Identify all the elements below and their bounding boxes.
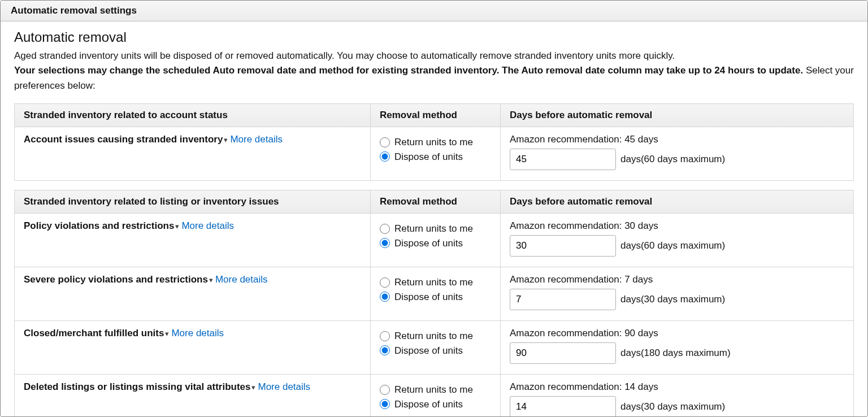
column-header: Removal method: [371, 104, 501, 127]
days-suffix: days(60 days maximum): [620, 240, 725, 251]
recommendation-text: Amazon recommendation: 90 days: [510, 328, 844, 339]
radio-label: Dispose of units: [394, 290, 463, 305]
panel-body: Automatic removal Aged stranded inventor…: [1, 21, 867, 417]
more-details-link[interactable]: More details: [181, 220, 234, 231]
radio-label: Return units to me: [394, 135, 473, 150]
recommendation-text: Amazon recommendation: 7 days: [510, 274, 844, 285]
days-cell: Amazon recommendation: 7 daysdays(30 day…: [501, 267, 854, 321]
radio-label: Return units to me: [394, 221, 473, 236]
chevron-down-icon[interactable]: ▾: [175, 222, 179, 231]
dispose-radio[interactable]: [380, 151, 390, 162]
dispose-radio[interactable]: [380, 399, 390, 409]
return-radio[interactable]: [380, 385, 390, 395]
row-title: Closed/merchant fulfilled units: [24, 328, 164, 338]
removal-method-cell: Return units to meDispose of units: [371, 127, 501, 181]
return-radio-row[interactable]: Return units to me: [380, 329, 491, 344]
chevron-down-icon[interactable]: ▾: [209, 276, 213, 284]
radio-label: Dispose of units: [394, 344, 463, 358]
dispose-radio-row[interactable]: Dispose of units: [380, 397, 491, 412]
chevron-down-icon[interactable]: ▾: [165, 329, 169, 338]
more-details-link[interactable]: More details: [215, 274, 268, 285]
row-title: Severe policy violations and restriction…: [24, 274, 208, 285]
dispose-radio-row[interactable]: Dispose of units: [380, 344, 491, 358]
recommendation-text: Amazon recommendation: 45 days: [510, 134, 844, 145]
radio-label: Return units to me: [394, 329, 473, 344]
days-cell: Amazon recommendation: 90 daysdays(180 d…: [501, 321, 854, 375]
return-radio-row[interactable]: Return units to me: [380, 383, 491, 397]
column-header: Stranded inventory related to account st…: [15, 104, 371, 127]
dispose-radio-row[interactable]: Dispose of units: [380, 236, 491, 251]
column-header: Removal method: [371, 190, 501, 214]
column-header: Stranded inventory related to listing or…: [15, 190, 371, 214]
days-input[interactable]: [510, 289, 616, 310]
listing-issues-table: Stranded inventory related to listing or…: [14, 190, 854, 417]
chevron-down-icon[interactable]: ▾: [224, 136, 228, 144]
radio-label: Return units to me: [394, 383, 473, 397]
intro-line1: Aged stranded inventory units will be di…: [14, 50, 675, 61]
return-radio[interactable]: [380, 277, 390, 288]
removal-method-cell: Return units to meDispose of units: [371, 214, 501, 267]
more-details-link[interactable]: More details: [171, 328, 224, 338]
row-title: Account issues causing stranded inventor…: [24, 134, 223, 145]
removal-method-cell: Return units to meDispose of units: [371, 375, 501, 417]
days-input[interactable]: [510, 149, 616, 170]
days-input[interactable]: [510, 235, 616, 257]
return-radio[interactable]: [380, 137, 390, 147]
days-input[interactable]: [510, 342, 616, 364]
row-title: Deleted listings or listings missing vit…: [24, 381, 250, 392]
intro-bold: Your selections may change the scheduled…: [14, 65, 803, 76]
table-row: Policy violations and restrictions▾More …: [15, 214, 854, 267]
chevron-down-icon[interactable]: ▾: [251, 383, 255, 392]
row-title-cell: Account issues causing stranded inventor…: [15, 127, 371, 181]
days-suffix: days(180 days maximum): [620, 348, 731, 359]
radio-label: Return units to me: [394, 275, 473, 290]
dispose-radio[interactable]: [380, 238, 390, 248]
row-title-cell: Policy violations and restrictions▾More …: [15, 214, 371, 267]
return-radio-row[interactable]: Return units to me: [380, 221, 491, 236]
row-title-cell: Deleted listings or listings missing vit…: [15, 375, 371, 417]
radio-label: Dispose of units: [394, 150, 463, 164]
account-status-table: Stranded inventory related to account st…: [14, 103, 854, 181]
dispose-radio[interactable]: [380, 345, 390, 355]
table-row: Account issues causing stranded inventor…: [15, 127, 854, 181]
table-row: Deleted listings or listings missing vit…: [15, 375, 854, 417]
dispose-radio-row[interactable]: Dispose of units: [380, 150, 491, 164]
row-title-cell: Severe policy violations and restriction…: [15, 267, 371, 321]
days-cell: Amazon recommendation: 14 daysdays(30 da…: [501, 375, 854, 417]
more-details-link[interactable]: More details: [230, 134, 283, 145]
radio-label: Dispose of units: [394, 397, 463, 412]
removal-method-cell: Return units to meDispose of units: [371, 321, 501, 375]
row-title: Policy violations and restrictions: [24, 220, 174, 231]
return-radio[interactable]: [380, 331, 390, 341]
days-suffix: days(30 days maximum): [620, 294, 725, 305]
panel-header: Automatic removal settings: [1, 1, 867, 21]
table-row: Closed/merchant fulfilled units▾More det…: [15, 321, 854, 375]
days-cell: Amazon recommendation: 45 daysdays(60 da…: [501, 127, 854, 181]
recommendation-text: Amazon recommendation: 14 days: [510, 381, 844, 393]
recommendation-text: Amazon recommendation: 30 days: [510, 220, 844, 232]
dispose-radio-row[interactable]: Dispose of units: [380, 290, 491, 305]
more-details-link[interactable]: More details: [258, 381, 310, 392]
days-suffix: days(60 days maximum): [620, 154, 725, 165]
return-radio-row[interactable]: Return units to me: [380, 275, 491, 290]
dispose-radio[interactable]: [380, 292, 390, 302]
return-radio[interactable]: [380, 224, 390, 234]
table-row: Severe policy violations and restriction…: [15, 267, 854, 321]
days-suffix: days(30 days maximum): [620, 401, 725, 412]
days-cell: Amazon recommendation: 30 daysdays(60 da…: [501, 214, 854, 267]
intro-text: Aged stranded inventory units will be di…: [14, 49, 854, 93]
return-radio-row[interactable]: Return units to me: [380, 135, 491, 150]
removal-method-cell: Return units to meDispose of units: [371, 267, 501, 321]
column-header: Days before automatic removal: [501, 104, 854, 127]
radio-label: Dispose of units: [394, 236, 463, 251]
column-header: Days before automatic removal: [501, 190, 854, 214]
section-title: Automatic removal: [14, 29, 854, 45]
row-title-cell: Closed/merchant fulfilled units▾More det…: [15, 321, 371, 375]
days-input[interactable]: [510, 396, 616, 417]
settings-panel: Automatic removal settings Automatic rem…: [0, 0, 868, 417]
